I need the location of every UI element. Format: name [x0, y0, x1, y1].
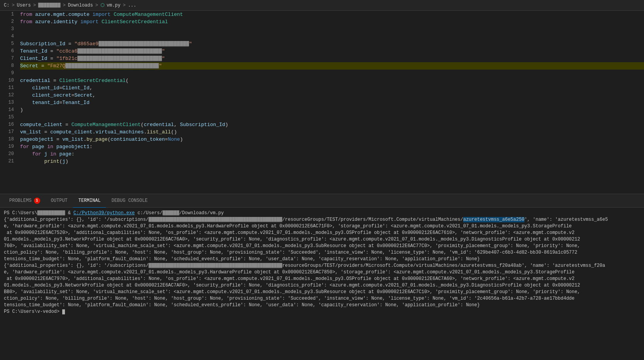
code-line: compute_client = ComputeManagementClient…	[20, 121, 644, 128]
code-line: from azure.identity import ClientSecretC…	[20, 18, 644, 26]
code-line: for j in page:	[20, 150, 644, 158]
tab-problems-label: PROBLEMS	[9, 198, 32, 203]
code-line: tenant_id=Tenant_Id	[20, 99, 644, 106]
terminal-prompt-line: PS C:\Users\v-vedod>	[4, 309, 640, 315]
terminal-cursor	[62, 309, 65, 314]
terminal-output-line: BB0>, 'availability_set': None, 'virtual…	[4, 289, 640, 295]
code-area: 12345 678910 1112131415 1617181920 21 fr…	[0, 11, 644, 194]
code-line: client_secret=Secret,	[20, 92, 644, 99]
code-line: from azure.mgmt.compute import ComputeMa…	[20, 11, 644, 18]
terminal-output-line: 01.models._models_py3.NetworkProfile obj…	[4, 282, 640, 289]
terminal-content[interactable]: PS C:\Users\██████████ & C:/Python39/pyt…	[0, 208, 644, 360]
tab-debug-console-label: DEBUG CONSOLE	[111, 198, 148, 203]
code-line: credential = ClientSecretCredential(	[20, 77, 644, 84]
terminal-output-line: ction_policy': None, 'billing_profile': …	[4, 295, 640, 302]
terminal-output-line: ction_policy': None, 'billing_profile': …	[4, 249, 640, 256]
breadcrumb-user[interactable]: ████████	[38, 3, 61, 8]
breadcrumb-drive[interactable]: C:	[4, 3, 9, 8]
terminal-output-line: {'additional_properties': {}, 'id': '/su…	[4, 217, 640, 223]
terminal-output-line: tensions_time_budget': None, 'platform_f…	[4, 256, 640, 263]
breadcrumb: C: > Users > ████████ > Downloads > ⬡ vm…	[0, 0, 644, 11]
terminal-output-line: e, 'hardware_profile': <azure.mgmt.compu…	[4, 223, 640, 230]
code-line: )	[20, 106, 644, 114]
terminal-output-line: at 0x00000212E6AC7520>, 'additional_capa…	[4, 230, 640, 236]
code-line: vm_list = compute_client.virtual_machine…	[20, 128, 644, 136]
code-line: Subscription_Id = "d865ae9██████████████…	[20, 40, 644, 48]
breadcrumb-more: ...	[128, 3, 136, 8]
terminal-output-line: e, 'hardware_profile': <azure.mgmt.compu…	[4, 269, 640, 276]
code-line	[20, 26, 644, 33]
terminal-output-line: 01.models._models_py3.NetworkProfile obj…	[4, 236, 640, 243]
tab-output-label: OUTPUT	[51, 198, 68, 203]
terminal-output-line: tensions_time_budget': None, 'platform_f…	[4, 302, 640, 309]
code-line: print(j)	[20, 158, 644, 165]
code-line-secret: Secret = "Fm27Q█████████████████████████…	[20, 62, 644, 70]
tab-debug-console[interactable]: DEBUG CONSOLE	[106, 194, 153, 208]
tab-terminal-label: TERMINAL	[78, 198, 101, 203]
code-line	[20, 70, 644, 77]
panel-tabs: PROBLEMS 1 OUTPUT TERMINAL DEBUG CONSOLE	[0, 194, 644, 208]
problems-badge: 1	[34, 198, 40, 204]
code-line: Client_Id = "1fb21c█████████████████████…	[20, 55, 644, 62]
editor: 12345 678910 1112131415 1617181920 21 fr…	[0, 11, 644, 194]
tab-output[interactable]: OUTPUT	[46, 194, 73, 208]
code-line: client_id=Client_Id,	[20, 84, 644, 92]
code-line: Tenant_Id = "cc8ca6█████████████████████…	[20, 48, 644, 55]
tab-problems[interactable]: PROBLEMS 1	[4, 194, 46, 208]
terminal-command-line: PS C:\Users\██████████ & C:/Python39/pyt…	[4, 210, 640, 217]
code-line	[20, 114, 644, 121]
code-line	[20, 33, 644, 40]
terminal-output-line: at 0x00000212E6AC7970>, 'additional_capa…	[4, 276, 640, 282]
breadcrumb-downloads[interactable]: Downloads	[68, 3, 93, 8]
code-line: pageobject1 = vm_list.by_page(continuati…	[20, 136, 644, 143]
tab-terminal[interactable]: TERMINAL	[73, 194, 106, 208]
breadcrumb-users[interactable]: Users	[17, 3, 31, 8]
line-numbers: 12345 678910 1112131415 1617181920 21	[0, 11, 19, 194]
terminal-panel: PROBLEMS 1 OUTPUT TERMINAL DEBUG CONSOLE…	[0, 194, 644, 360]
code-content: from azure.mgmt.compute import ComputeMa…	[19, 11, 644, 194]
terminal-output-line: {'additional_properties': {}, 'id': '/su…	[4, 263, 640, 269]
terminal-output-line: 760>, 'availability_set': None, 'virtual…	[4, 243, 640, 249]
code-line: for page in pageobject1:	[20, 143, 644, 150]
breadcrumb-file[interactable]: vm.py	[107, 3, 121, 8]
file-icon: ⬡	[101, 2, 104, 8]
